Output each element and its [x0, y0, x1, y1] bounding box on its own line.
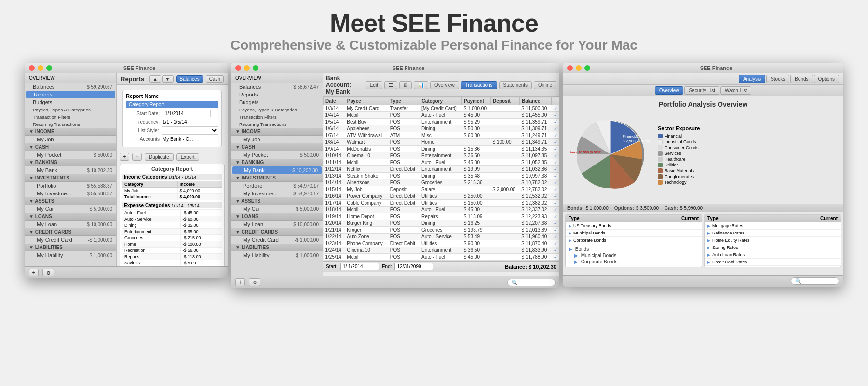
- sidebar-my-liability[interactable]: My Liability -$ 1,000.00: [25, 251, 116, 259]
- statements-tab-btn[interactable]: Statements: [499, 81, 532, 89]
- mid-max-btn[interactable]: [253, 65, 258, 71]
- mid-my-invest[interactable]: My Investme... $ 54,970.17: [231, 190, 323, 197]
- sidebar-my-car[interactable]: My Car $ 5,000.00: [25, 205, 116, 213]
- table-row[interactable]: 1/11/14 Mobil POS Auto - Fuel $ 45.00 $ …: [324, 159, 559, 166]
- sidebar-my-job[interactable]: My Job: [25, 136, 116, 143]
- edit-btn[interactable]: Edit: [366, 81, 382, 89]
- table-row[interactable]: 1/9/14 McDonalds POS Dining $ 15.36 $ 11…: [324, 146, 559, 152]
- mid-gear-btn[interactable]: ⚙: [249, 278, 260, 286]
- transactions-tab-btn[interactable]: Transactions: [461, 81, 497, 89]
- add-report-btn[interactable]: +: [120, 153, 129, 161]
- table-row[interactable]: 1/5/14 Best Buy POS Entertainment $ 95.2…: [324, 119, 559, 125]
- overview-tab-btn[interactable]: Overview: [430, 81, 459, 89]
- export-btn[interactable]: Export: [176, 153, 199, 161]
- payment-col-header[interactable]: Payment: [462, 97, 491, 105]
- banking-rate-row[interactable]: ▶Mortgage Rates: [705, 222, 841, 230]
- table-row[interactable]: 1/16/14 Power Company Direct Debit Utili…: [324, 193, 559, 200]
- mid-my-job[interactable]: My Job: [231, 136, 323, 143]
- cash-tab-btn[interactable]: Cash: [206, 75, 224, 83]
- category-report-label[interactable]: Category Report: [126, 101, 218, 108]
- sidebar-payees[interactable]: Payees, Types & Categories: [25, 106, 116, 113]
- table-row[interactable]: 1/13/14 Steak n Shake POS Dining $ 35.48…: [324, 173, 559, 179]
- sidebar-balances[interactable]: Balances $ 59,290.67: [25, 83, 116, 91]
- overview-sub-tab[interactable]: Overview: [655, 86, 684, 95]
- table-row[interactable]: 1/10/14 Cinema 10 POS Entertainment $ 36…: [324, 152, 559, 159]
- mid-my-bank[interactable]: My Bank $ 10,202.30: [232, 166, 322, 174]
- mid-my-loan[interactable]: My Loan -$ 10,000.00: [231, 221, 323, 228]
- right-max-btn[interactable]: [584, 65, 590, 71]
- mid-search-input[interactable]: [507, 279, 556, 286]
- right-search-input[interactable]: [791, 277, 839, 285]
- mid-sidebar-payees[interactable]: Payees, Types & Categories: [231, 106, 323, 113]
- duplicate-btn[interactable]: Duplicate: [145, 153, 174, 161]
- table-row[interactable]: 1/3/14 My Credit Card Transfer [My Credi…: [324, 105, 559, 112]
- remove-report-btn[interactable]: −: [132, 153, 142, 161]
- table-row[interactable]: 1/21/14 Kroger POS Groceries $ 193.79 $ …: [324, 227, 559, 234]
- end-date-field[interactable]: [394, 263, 433, 270]
- options-tab[interactable]: Options: [814, 75, 839, 83]
- list-style-select[interactable]: [162, 126, 218, 135]
- banking-rate-row[interactable]: ▶Credit Card Rates: [705, 259, 841, 266]
- banking-rate-row[interactable]: ▶Auto Loan Rates: [705, 251, 841, 259]
- sidebar-trans-filters[interactable]: Transaction Filters: [25, 113, 116, 121]
- table-row[interactable]: 1/25/14 Mobil POS Auto - Fuel $ 45.00 $ …: [324, 254, 559, 261]
- mid-my-credit[interactable]: My Credit Card -$ 1,000.00: [231, 236, 323, 244]
- table-row[interactable]: 1/24/14 Cinema 10 POS Entertainment $ 36…: [324, 247, 559, 254]
- category-col-header[interactable]: Category: [420, 97, 462, 105]
- list-view-btn[interactable]: ☰: [384, 81, 397, 89]
- deposit-col-header[interactable]: Deposit: [491, 97, 520, 105]
- grid-view-btn[interactable]: ⊞: [399, 81, 412, 89]
- analysis-tab[interactable]: Analysis: [739, 75, 765, 83]
- mid-close-btn[interactable]: [235, 65, 241, 71]
- municipal-bonds-item[interactable]: ▶ Municipal Bonds: [569, 252, 699, 259]
- security-list-tab[interactable]: Security List: [684, 86, 719, 95]
- banking-rate-row[interactable]: ▶Home Equity Rates: [705, 237, 841, 244]
- sidebar-portfolio[interactable]: Portfolio $ 55,588.37: [25, 182, 116, 190]
- sidebar-recurring[interactable]: Recurring Transactions: [25, 121, 116, 128]
- sidebar-my-invest[interactable]: My Investme... $ 55,588.37: [25, 190, 116, 197]
- mid-sidebar-budgets[interactable]: Budgets: [231, 98, 323, 106]
- start-date-input[interactable]: [163, 110, 211, 117]
- start-date-field[interactable]: [340, 263, 379, 270]
- balance-col-header[interactable]: Balance: [520, 97, 552, 105]
- bond-rate-row[interactable]: ▶Corporate Bonds: [566, 237, 702, 244]
- table-row[interactable]: 1/19/14 Home Depot POS Repairs $ 113.09 …: [324, 213, 559, 220]
- type-col-header[interactable]: Type: [388, 97, 420, 105]
- table-row[interactable]: 1/23/14 Phone Company Direct Debit Utili…: [324, 240, 559, 247]
- mid-min-btn[interactable]: [244, 65, 250, 71]
- bonds-tab[interactable]: Bonds: [790, 75, 813, 83]
- chart-view-btn[interactable]: 📊: [414, 81, 428, 89]
- table-row[interactable]: 1/7/14 ATM Withdrawal ATM Misc $ 60.00 $…: [324, 132, 559, 139]
- table-row[interactable]: 1/26/14 Toys r Us POS Recreation $ 56.47…: [324, 261, 559, 262]
- add-bottom-btn[interactable]: +: [29, 269, 39, 276]
- bond-rate-row[interactable]: ▶Municipal Bonds: [566, 230, 702, 237]
- banking-rate-row[interactable]: ▶Saving Rates: [705, 244, 841, 251]
- sidebar-my-loan[interactable]: My Loan -$ 10,000.00: [25, 221, 116, 228]
- banking-rate-row[interactable]: ▶Refinance Rates: [705, 230, 841, 237]
- mid-my-liability[interactable]: My Liability -$ 1,000.00: [231, 251, 323, 259]
- table-row[interactable]: 1/18/14 Mobil POS Auto - Fuel $ 45.00 $ …: [324, 207, 559, 213]
- mid-sidebar-reports[interactable]: Reports: [231, 91, 323, 98]
- right-close-btn[interactable]: [567, 65, 573, 71]
- max-btn[interactable]: [46, 65, 52, 71]
- table-row[interactable]: 1/17/14 Cable Company Direct Debit Utili…: [324, 200, 559, 207]
- date-col-header[interactable]: Date: [324, 97, 345, 105]
- table-row[interactable]: 1/8/14 Walmart POS Home $ 100.00 $ 11,34…: [324, 139, 559, 146]
- watch-list-tab[interactable]: Watch List: [720, 86, 751, 95]
- close-btn[interactable]: [29, 65, 35, 71]
- mid-add-btn[interactable]: +: [235, 278, 245, 286]
- table-row[interactable]: 1/15/14 My Job Deposit Salary $ 2,000.00…: [324, 186, 559, 193]
- table-row[interactable]: 1/14/14 Albertsons POS Groceries $ 215.3…: [324, 179, 559, 186]
- mid-sidebar-recurring[interactable]: Recurring Transactions: [231, 121, 323, 128]
- table-row[interactable]: 1/12/14 Netflix Direct Debit Entertainme…: [324, 166, 559, 173]
- mid-my-pocket[interactable]: My Pocket $ 500.00: [231, 151, 323, 159]
- sidebar-reports[interactable]: Reports: [26, 91, 115, 98]
- online-tab-btn[interactable]: Online: [534, 81, 556, 89]
- mid-portfolio[interactable]: Portfolio $ 54,970.17: [231, 182, 323, 190]
- right-min-btn[interactable]: [576, 65, 582, 71]
- nav-up-btn[interactable]: ▲: [149, 75, 161, 83]
- corporate-bonds-item[interactable]: ▶ Corporate Bonds: [569, 259, 699, 265]
- table-row[interactable]: 1/22/14 Auto Zone POS Auto - Service $ 5…: [324, 234, 559, 240]
- mid-sidebar-filters[interactable]: Transaction Filters: [231, 113, 323, 121]
- payee-col-header[interactable]: Payee: [345, 97, 388, 105]
